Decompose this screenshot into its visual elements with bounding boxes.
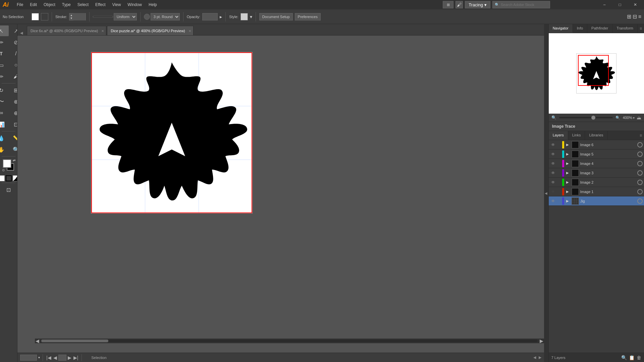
restore-button[interactable]: □ <box>612 0 627 9</box>
eyedropper-tool[interactable]: 💧 <box>0 133 9 143</box>
tab-transform[interactable]: Transform <box>612 24 638 33</box>
layer-row-image4[interactable]: 👁 ▶ Image 4 <box>549 159 644 168</box>
doc-setup-button[interactable]: Document Setup <box>259 13 293 20</box>
blend-tool[interactable]: ∞ <box>0 108 9 118</box>
workspace-switcher[interactable]: ⊞ <box>443 1 453 8</box>
page-first-btn[interactable]: |◀ <box>46 355 52 360</box>
layer-lock-image1[interactable] <box>556 189 562 195</box>
hscroll[interactable]: ◀ ▶ <box>35 339 544 343</box>
layer-expand-image6[interactable]: ▶ <box>565 142 570 148</box>
layer-row-image5[interactable]: 👁 ▶ Image 5 <box>549 149 644 159</box>
layer-target-image3[interactable] <box>637 170 643 176</box>
change-screen-mode[interactable]: ⊡ <box>1 184 16 195</box>
nav-zoom-in-icon[interactable]: 🔍 <box>615 116 620 120</box>
status-scroll-right[interactable]: ▶ <box>539 355 541 360</box>
stroke-weight-input[interactable]: 1 pt <box>73 13 86 20</box>
select-tool[interactable]: ↖ <box>0 25 9 36</box>
close-tab-dice6[interactable]: ✕ <box>101 29 104 33</box>
tab-dice6[interactable]: Dice 6x.ai* @ 400% (RGB/GPU Preview) ✕ <box>27 26 106 35</box>
layer-lock-image2[interactable] <box>556 179 562 185</box>
brush-tool[interactable]: 🖌 <box>9 71 18 82</box>
style-chevron[interactable]: ▾ <box>250 14 252 19</box>
layer-expand-image5[interactable]: ▶ <box>565 151 570 157</box>
page-prev-btn[interactable]: ◀ <box>53 355 58 360</box>
nav-mountain-icon[interactable]: ⛰ <box>637 115 641 120</box>
layer-expand-image2[interactable]: ▶ <box>565 179 570 185</box>
menu-help[interactable]: Help <box>146 2 160 8</box>
stroke-up[interactable]: ▲ <box>70 14 73 17</box>
rect-tool[interactable]: ▭ <box>0 60 9 70</box>
layer-row-image3[interactable]: 👁 ▶ Image 3 <box>549 168 644 178</box>
search-input[interactable] <box>501 3 548 7</box>
layers-tab-libraries[interactable]: Libraries <box>585 131 607 140</box>
scroll-right-btn[interactable]: ▶ <box>539 338 544 344</box>
layers-delete-icon[interactable]: 🗑 <box>637 355 641 360</box>
zoom-input[interactable]: 400% <box>20 355 37 361</box>
nav-zoom-chevron[interactable]: ▾ <box>633 116 635 120</box>
layer-row-jig[interactable]: 👁 ▶ Jig <box>549 196 644 206</box>
hand-tool[interactable]: ✋ <box>0 144 9 155</box>
stroke-type-select[interactable]: Uniform <box>114 13 137 20</box>
layer-row-image6[interactable]: 👁 ▶ Image 6 <box>549 140 644 149</box>
layer-target-image1[interactable] <box>637 189 643 194</box>
layer-lock-jig[interactable] <box>556 198 562 204</box>
menu-object[interactable]: Object <box>41 2 58 8</box>
scale-tool[interactable]: ⊞ <box>9 85 18 96</box>
layer-vis-image5[interactable]: 👁 <box>550 151 556 157</box>
close-tab-dicepuzzle[interactable]: ✕ <box>189 29 191 33</box>
menu-type[interactable]: Type <box>59 2 73 8</box>
round-select[interactable]: 3 pt. Round <box>151 13 180 20</box>
layer-lock-image3[interactable] <box>556 170 562 176</box>
more-icon[interactable]: ≡ <box>638 14 641 20</box>
layer-target-image2[interactable] <box>637 180 643 185</box>
distribute-icon[interactable]: ⊟ <box>633 13 637 20</box>
layer-target-image5[interactable] <box>637 152 643 157</box>
tab-info[interactable]: Info <box>573 24 587 33</box>
zoom-tool[interactable]: 🔍 <box>9 144 18 155</box>
tab-navigator[interactable]: Navigator <box>549 24 573 33</box>
layer-expand-image1[interactable]: ▶ <box>565 189 570 195</box>
ellipse-tool[interactable]: ○ <box>9 60 18 70</box>
pencil-tool[interactable]: ✏ <box>0 71 9 82</box>
layers-search-icon[interactable]: 🔍 <box>621 355 627 360</box>
tab-dicepuzzle[interactable]: Dice puzzle.ai* @ 400% (RGB/GPU Preview)… <box>107 26 193 35</box>
layer-expand-image3[interactable]: ▶ <box>565 170 570 176</box>
layer-vis-image1[interactable]: 👁 <box>550 189 556 195</box>
layer-target-image6[interactable] <box>637 142 643 147</box>
direct-select-tool[interactable]: ↗ <box>9 25 18 36</box>
menu-window[interactable]: Window <box>125 2 145 8</box>
nav-zoom-out-icon[interactable]: 🔍 <box>551 115 556 120</box>
scroll-left-btn[interactable]: ◀ <box>35 338 40 344</box>
stroke-swatch[interactable] <box>41 13 48 20</box>
menu-view[interactable]: View <box>110 2 124 8</box>
default-colors-icon[interactable]: ⊙ <box>2 168 5 172</box>
style-swatch[interactable] <box>240 13 248 20</box>
column-graph-tool[interactable]: 📊 <box>0 119 9 130</box>
scroll-tabs-left[interactable]: ◀ <box>20 31 25 35</box>
arrange-icon[interactable]: ⊞ <box>627 13 631 20</box>
layer-target-jig[interactable] <box>637 198 643 204</box>
preferences-button[interactable]: Preferences <box>295 13 321 20</box>
round-dot[interactable] <box>144 14 150 20</box>
menu-effect[interactable]: Effect <box>93 2 108 8</box>
search-box[interactable]: 🔍 <box>492 1 550 8</box>
nav-zoom-slider[interactable] <box>559 117 613 118</box>
layer-vis-image4[interactable]: 👁 <box>550 161 556 167</box>
artboard-tool[interactable]: ⊡ <box>9 119 18 130</box>
menu-file[interactable]: File <box>14 2 26 8</box>
layers-tab-links[interactable]: Links <box>568 131 585 140</box>
swap-colors-icon[interactable]: ⇄ <box>13 159 15 162</box>
stroke-dash-selector[interactable] <box>93 16 113 17</box>
layers-panel-menu[interactable]: ≡ <box>638 131 644 140</box>
warp-tool[interactable]: 〜 <box>0 96 9 107</box>
symbol-tool[interactable]: ⊕ <box>9 108 18 118</box>
measure-tool[interactable]: 📏 <box>9 133 18 143</box>
line-tool[interactable]: / <box>9 48 18 59</box>
layer-lock-image5[interactable] <box>556 151 562 157</box>
tab-pathfinder[interactable]: Pathfinder <box>587 24 612 33</box>
curvature-tool[interactable]: ⊘ <box>9 37 18 48</box>
status-scroll-left[interactable]: ◀ <box>533 355 536 360</box>
stroke-btn[interactable] <box>6 175 12 181</box>
opacity-input[interactable]: 100% <box>202 13 218 20</box>
opacity-chevron[interactable]: ▸ <box>220 14 222 19</box>
